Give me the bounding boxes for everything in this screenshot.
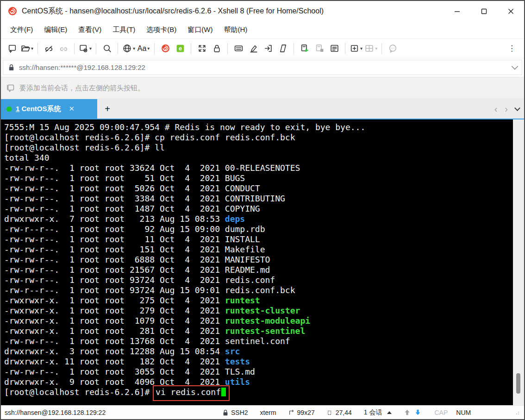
status-session-count[interactable]: 1 会话: [364, 408, 392, 417]
status-cursor-position: 27,44: [327, 409, 352, 416]
xshell-app-button[interactable]: [159, 42, 172, 56]
menu-tools[interactable]: 工具(T): [108, 23, 140, 37]
terminal-filename: runtest: [225, 295, 260, 305]
terminal-text: -rw-rw-r--. 1 root root 5026 Oct 4 2021 …: [4, 183, 260, 193]
num-lock-indicator: NUM: [456, 409, 471, 416]
terminal-text: -rw-rw-r--. 1 root root 1487 Oct 4 2021 …: [4, 204, 260, 213]
terminal-line: -rw-rw-r--. 1 root root 21567 Oct 4 2021…: [4, 265, 513, 275]
highlight-button[interactable]: [247, 42, 260, 56]
chat-button[interactable]: [386, 42, 399, 56]
terminal-line: -rwxrwxr-x. 1 root root 281 Oct 4 2021 r…: [4, 326, 513, 336]
encoding-button[interactable]: ▾: [122, 42, 135, 56]
terminal-text: -rwxrwxr-x. 1 root root 275 Oct 4 2021: [4, 295, 225, 305]
toolbar-separator: [96, 43, 96, 54]
terminal-text: vi redis.conf: [156, 387, 221, 397]
tab-list-dropdown-icon[interactable]: [514, 105, 520, 111]
terminal-line: -rw-rw-r--. 1 root root 51 Oct 4 2021 BU…: [4, 173, 513, 183]
terminal-line: -rw-rw-r--. 1 root root 33624 Oct 4 2021…: [4, 163, 513, 173]
menu-edit[interactable]: 编辑(E): [39, 23, 72, 37]
search-button[interactable]: [100, 42, 113, 56]
terminal-text: -rw-rw-r--. 1 root root 93724 Oct 4 2021…: [4, 275, 275, 285]
terminal-text: [root@localhost redis-6.2.6]#: [4, 387, 155, 397]
stop-script-button[interactable]: [313, 42, 326, 56]
menu-file[interactable]: 文件(F): [6, 23, 38, 37]
scroll-tabs-right-icon[interactable]: ›: [505, 104, 508, 113]
tab-centos[interactable]: 1 CentOS系统 ✕: [1, 99, 97, 119]
scrollbar-thumb[interactable]: [516, 373, 520, 394]
window-controls: [444, 1, 524, 21]
caret-down-icon[interactable]: ▾: [133, 46, 135, 51]
toolbar-separator: [74, 43, 75, 54]
status-terminal-type[interactable]: xterm: [260, 409, 276, 416]
toolbar-overflow-button[interactable]: ⋮: [503, 44, 520, 53]
run-script-button[interactable]: [298, 42, 311, 56]
terminal-line: -rw-rw-r--. 1 root root 11 Oct 4 2021 IN…: [4, 234, 513, 244]
terminal-text: -rw-rw-r--. 1 root root 151 Oct 4 2021 M…: [4, 244, 265, 254]
caret-down-icon[interactable]: ▾: [31, 46, 33, 51]
open-session-button[interactable]: ▾: [20, 42, 33, 56]
terminal-line: -rw-rw-r--. 1 root root 1487 Oct 4 2021 …: [4, 204, 513, 214]
terminal-text: total 340: [4, 153, 50, 163]
scroll-tabs-left-icon[interactable]: ‹: [494, 104, 498, 113]
menu-tabs[interactable]: 选项卡(B): [142, 23, 181, 37]
terminal-cursor: [221, 388, 226, 396]
caret-down-icon[interactable]: ▾: [375, 46, 377, 51]
terminal-text: -rw-rw-r--. 1 root root 6888 Oct 4 2021 …: [4, 255, 270, 264]
terminal-output[interactable]: 7555:M 15 Aug 2025 09:00:47.954 # Redis …: [1, 119, 513, 405]
toolbar-separator: [118, 43, 118, 54]
minimize-button[interactable]: [444, 1, 470, 21]
terminal-text: -rw-rw-r--. 1 root root 51 Oct 4 2021 BU…: [4, 173, 245, 183]
session-dropdown-icon[interactable]: [387, 411, 392, 414]
caret-down-icon[interactable]: ▾: [147, 46, 150, 51]
new-session-button[interactable]: [6, 42, 19, 56]
toolbar-separator: [227, 43, 228, 54]
address-url[interactable]: ssh://hansen:******@192.168.128.129:22: [19, 63, 512, 71]
virtual-keyboard-button[interactable]: [232, 42, 245, 56]
session-properties-button[interactable]: ▾: [79, 42, 92, 56]
font-button[interactable]: Aa▾: [137, 42, 150, 56]
terminal-line: [root@localhost redis-6.2.6]# vi redis.c…: [4, 387, 513, 401]
terminal-text: -rw-rw-r--. 1 root root 11 Oct 4 2021 IN…: [4, 234, 260, 244]
caret-down-icon[interactable]: ▾: [360, 46, 362, 51]
xftp-app-button[interactable]: e: [174, 42, 187, 56]
toolbar-separator: [191, 43, 191, 54]
maximize-button[interactable]: [470, 1, 497, 21]
lock-screen-button[interactable]: [210, 42, 223, 56]
terminal-text: -rw-rw-r--. 1 root root 3384 Oct 4 2021 …: [4, 194, 285, 203]
terminal-line: [root@localhost redis-6.2.6]# ll: [4, 143, 513, 153]
svg-text:e: e: [179, 45, 182, 52]
new-terminal-button[interactable]: ▾: [350, 42, 362, 56]
terminal-scrollbar[interactable]: [513, 119, 524, 405]
download-arrow-icon[interactable]: [414, 409, 421, 416]
terminal-area: 7555:M 15 Aug 2025 09:00:47.954 # Redis …: [1, 119, 524, 405]
new-tab-button[interactable]: +: [97, 99, 118, 119]
cursor-position-icon: [327, 409, 333, 416]
upload-arrow-icon[interactable]: [404, 409, 411, 416]
close-button[interactable]: [497, 1, 524, 21]
menu-view[interactable]: 查看(V): [74, 23, 106, 37]
lock-icon: [8, 64, 15, 71]
add-session-icon: [6, 83, 16, 93]
connected-status-icon: [6, 107, 12, 112]
resize-grip[interactable]: [516, 410, 520, 415]
menu-help[interactable]: 帮助(H): [219, 23, 252, 37]
terminal-text: -rw-rw-r--. 1 root root 21567 Oct 4 2021…: [4, 265, 270, 275]
reconnect-button[interactable]: [57, 42, 70, 56]
menu-window[interactable]: 窗口(W): [183, 23, 217, 37]
address-bar[interactable]: ssh://hansen:******@192.168.128.129:22: [3, 60, 522, 75]
address-dropdown-icon[interactable]: [512, 63, 518, 69]
toolbar-separator: [154, 43, 155, 54]
terminal-line: -rw-rw-r--. 1 root root 6888 Oct 4 2021 …: [4, 255, 513, 265]
split-layout-button[interactable]: ▾: [364, 42, 377, 56]
tab-bar: 1 CentOS系统 ✕ + ‹ ›: [1, 99, 524, 119]
logon-scripts-button[interactable]: [262, 42, 275, 56]
script-button[interactable]: [276, 42, 289, 56]
tab-close-icon[interactable]: ✕: [69, 105, 75, 113]
ssh-lock-icon: [222, 409, 229, 416]
caret-down-icon[interactable]: ▾: [89, 46, 92, 51]
disconnect-button[interactable]: [42, 42, 55, 56]
address-bar-row: ssh://hansen:******@192.168.128.129:22: [1, 58, 524, 77]
fullscreen-button[interactable]: [195, 42, 208, 56]
transfer-arrows: [404, 409, 421, 416]
log-button[interactable]: [328, 42, 341, 56]
